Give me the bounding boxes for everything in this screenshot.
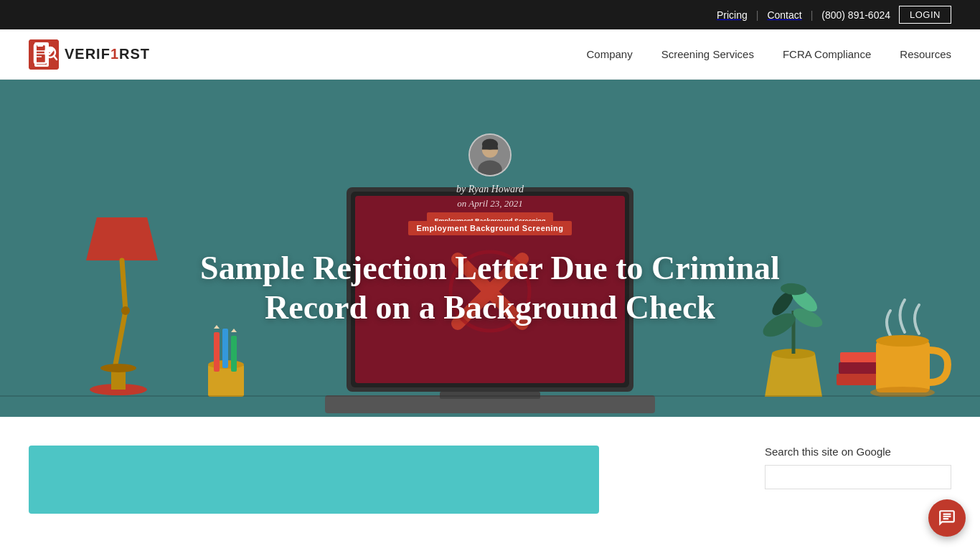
svg-marker-8 <box>86 217 158 260</box>
pricing-link[interactable]: Pricing <box>717 9 748 21</box>
top-bar: Pricing | Contact | (800) 891-6024 LOGIN <box>0 0 980 29</box>
separator-1: | <box>756 9 759 21</box>
search-label: Search this site on Google <box>765 446 951 458</box>
author-date: on April 23, 2021 <box>182 198 798 209</box>
svg-line-9 <box>122 260 126 311</box>
svg-rect-1 <box>34 44 46 63</box>
search-input[interactable] <box>765 465 951 489</box>
navbar: VERIF1RST Company Screening Services FCR… <box>0 29 980 80</box>
desk-surface <box>0 395 980 397</box>
post-category: Employment Background Screening <box>408 221 573 235</box>
logo-text: VERIF1RST <box>65 46 150 62</box>
hero-section: Employment Background Screening <box>0 80 980 417</box>
logo-icon <box>29 39 59 70</box>
author-name: by Ryan Howard <box>182 184 798 195</box>
teal-content-box <box>29 446 599 514</box>
svg-line-10 <box>115 311 126 368</box>
nav-company[interactable]: Company <box>586 48 632 60</box>
phone-number: (800) 891-6024 <box>821 9 890 21</box>
lamp-illustration <box>65 210 179 397</box>
logo-link[interactable]: VERIF1RST <box>29 39 150 70</box>
svg-point-11 <box>121 306 130 315</box>
contact-link[interactable]: Contact <box>767 9 801 21</box>
author-avatar <box>468 133 512 176</box>
mug-illustration <box>865 282 951 397</box>
chat-icon <box>938 509 956 527</box>
nav-screening-services[interactable]: Screening Services <box>661 48 754 60</box>
svg-rect-2 <box>37 43 43 47</box>
main-content <box>29 446 736 551</box>
svg-point-45 <box>876 335 929 347</box>
nav-resources[interactable]: Resources <box>900 48 951 60</box>
avatar-svg <box>470 133 510 176</box>
below-hero: Search this site on Google <box>0 417 980 551</box>
nav-fcra-compliance[interactable]: FCRA Compliance <box>783 48 871 60</box>
sidebar: Search this site on Google <box>765 446 951 551</box>
svg-point-14 <box>100 364 136 372</box>
nav-links: Company Screening Services FCRA Complian… <box>586 48 951 61</box>
chat-button[interactable] <box>928 499 966 537</box>
hero-content: by Ryan Howard on April 23, 2021 Employm… <box>167 112 813 385</box>
hero-title: Sample Rejection Letter Due to Criminal … <box>182 248 798 327</box>
login-button[interactable]: LOGIN <box>899 6 951 24</box>
separator-2: | <box>811 9 814 21</box>
logo-svg <box>29 39 59 70</box>
svg-rect-44 <box>876 341 930 392</box>
